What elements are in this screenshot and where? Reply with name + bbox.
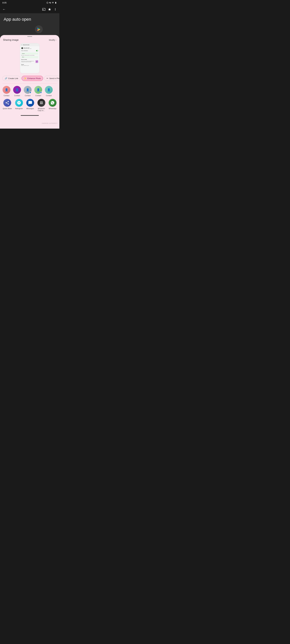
edit-icon bbox=[36, 61, 38, 62]
star-icon[interactable] bbox=[48, 8, 51, 11]
create-link-chip[interactable]: 🔗 Create Link bbox=[3, 76, 20, 81]
sheet-header: Sharing image Modify › bbox=[0, 39, 59, 43]
divider bbox=[3, 83, 57, 84]
contact-name-3: Contact bbox=[25, 95, 31, 96]
modify-button[interactable]: Modify › bbox=[49, 39, 56, 41]
app-icon-messages bbox=[26, 99, 34, 107]
contact-name-2: Contact bbox=[14, 95, 20, 96]
preview-phone-header: App auto open bbox=[20, 43, 40, 46]
app-icon-nekogram bbox=[15, 99, 23, 107]
preview-silent-row: Silent bbox=[21, 56, 38, 58]
app-item-whatsapp[interactable]: WhatsApp bbox=[47, 99, 58, 112]
cast-icon[interactable] bbox=[42, 8, 46, 11]
contact-avatar-1: 👤 bbox=[3, 86, 11, 94]
contact-avatar-2: 👤 bbox=[13, 86, 21, 94]
create-link-icon: 🔗 bbox=[5, 77, 7, 80]
app-item-messages[interactable]: Messages bbox=[25, 99, 36, 112]
create-link-label: Create Link bbox=[8, 77, 18, 80]
status-icons bbox=[46, 2, 57, 4]
modify-label: Modify bbox=[49, 39, 55, 41]
nav-right-icons bbox=[42, 8, 57, 11]
contact-item-2[interactable]: 👤 Contact bbox=[12, 86, 22, 96]
wifi-icon bbox=[52, 2, 54, 4]
contact-item-5[interactable]: 👤 Contact bbox=[44, 86, 54, 96]
home-indicator bbox=[21, 115, 39, 116]
contact-item-1[interactable]: 👤 Contact bbox=[1, 86, 12, 96]
app-name-whatsapp: WhatsApp bbox=[49, 108, 57, 110]
preview-default-row: Default bbox=[21, 53, 38, 54]
send-in-photos-label: Send in Photos bbox=[49, 77, 59, 80]
preview-app-row: App auto open Google Play Store · Alerts bbox=[21, 47, 38, 49]
bottom-sheet: Sharing image Modify › App auto open App… bbox=[0, 35, 59, 128]
status-bar: 8:05 bbox=[0, 0, 59, 6]
send-in-photos-chip[interactable]: ✂ Send in Photos bbox=[44, 76, 59, 81]
battery-icon bbox=[55, 2, 57, 4]
contact-item-3[interactable]: 👤 Contact bbox=[22, 86, 33, 96]
contact-name-4: Contact bbox=[35, 95, 41, 96]
app-name-quickshare: Quick Share bbox=[3, 108, 12, 110]
play-logo bbox=[37, 27, 41, 32]
alarm-icon bbox=[46, 2, 49, 4]
sheet-title: Sharing image bbox=[3, 39, 19, 41]
action-chips-row: 🔗 Create Link ✨ Enhance Photo ✂ Send in … bbox=[0, 76, 59, 83]
app-item-quickshare[interactable]: Quick Share bbox=[2, 99, 13, 112]
preview-toggle bbox=[36, 50, 38, 51]
contact-name-1: Contact bbox=[4, 95, 9, 96]
nav-bar: ← bbox=[0, 6, 59, 13]
edit-icon-box bbox=[36, 60, 38, 63]
app-name-mixplorer: MiXplorer Copy to… bbox=[38, 108, 45, 112]
apps-row: Quick Share Nekogram Messages MiXplorer … bbox=[0, 99, 59, 114]
preview-phone: App auto open App auto open Google Play … bbox=[20, 43, 40, 73]
app-item-mixplorer[interactable]: MiXplorer Copy to… bbox=[36, 99, 47, 112]
contact-avatar-5: 👤 bbox=[45, 86, 53, 94]
drag-handle[interactable] bbox=[27, 36, 32, 37]
status-time: 8:05 bbox=[3, 2, 7, 4]
back-button[interactable]: ← bbox=[3, 8, 6, 11]
page-title: App auto open bbox=[4, 17, 31, 22]
preview-title: App auto open bbox=[23, 44, 30, 45]
preview-back-icon bbox=[21, 44, 23, 46]
app-icon-mixplorer bbox=[38, 99, 45, 107]
enhance-photo-chip[interactable]: ✨ Enhance Photo bbox=[22, 76, 43, 81]
modify-arrow-icon: › bbox=[56, 39, 56, 41]
contact-item-4[interactable]: 👤 Contact bbox=[33, 86, 44, 96]
svg-marker-4 bbox=[22, 48, 22, 48]
more-icon[interactable] bbox=[54, 8, 57, 11]
app-name-nekogram: Nekogram bbox=[15, 108, 23, 110]
preview-container: App auto open App auto open Google Play … bbox=[0, 43, 59, 76]
app-icon-quickshare bbox=[3, 99, 11, 107]
contact-indicator-3 bbox=[30, 92, 31, 94]
preview-app-icon bbox=[21, 47, 23, 49]
app-item-nekogram[interactable]: Nekogram bbox=[14, 99, 24, 112]
watermark: ANDROID AUTHORITY bbox=[42, 122, 58, 124]
play-store-icon bbox=[35, 25, 43, 33]
preview-app-info: App auto open Google Play Store · Alerts bbox=[24, 48, 32, 49]
contact-avatar-3: 👤 bbox=[24, 86, 32, 94]
contact-indicator-4 bbox=[40, 92, 42, 94]
contact-name-5: Contact bbox=[46, 95, 52, 96]
mute-icon bbox=[49, 2, 51, 4]
enhance-photo-icon: ✨ bbox=[24, 77, 27, 80]
send-in-photos-icon: ✂ bbox=[47, 77, 48, 80]
contacts-row: 👤 Contact 👤 Contact 👤 Contact 👤 Contact bbox=[0, 86, 59, 99]
preview-phone-content: App auto open Google Play Store · Alerts… bbox=[20, 46, 40, 73]
app-icon-whatsapp bbox=[49, 99, 57, 107]
preview-toggle-label: Show notifications bbox=[21, 50, 28, 51]
enhance-photo-label: Enhance Photo bbox=[27, 77, 41, 80]
preview-toggle-row: Show notifications bbox=[21, 50, 38, 52]
contact-avatar-4: 👤 bbox=[34, 86, 42, 94]
app-name-messages: Messages bbox=[27, 108, 34, 110]
